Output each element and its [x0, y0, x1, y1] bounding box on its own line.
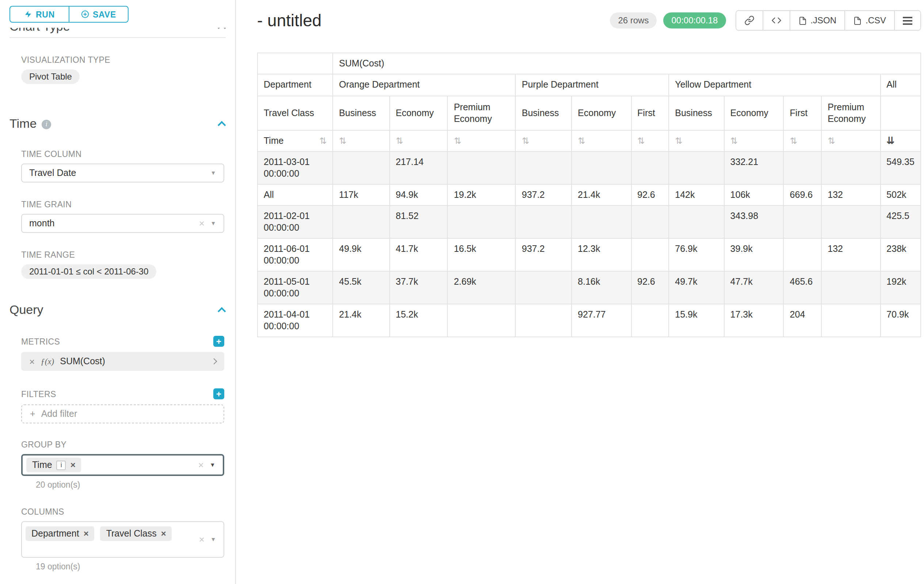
metric-chip[interactable]: × ƒ(x) SUM(Cost): [21, 352, 224, 371]
export-json-button[interactable]: .JSON: [789, 11, 845, 30]
pivot-row-header: 2011-03-01 00:00:00: [257, 151, 333, 184]
run-button[interactable]: RUN: [10, 6, 69, 23]
chart-title[interactable]: - untitled: [257, 10, 322, 31]
pivot-cell: 15.2k: [390, 304, 448, 337]
pivot-cell: [784, 239, 822, 271]
pivot-cell: [333, 151, 389, 184]
travel-class-header: First: [631, 96, 669, 130]
sortable-column-header[interactable]: ⇅: [631, 130, 669, 151]
clear-icon[interactable]: ×: [199, 219, 205, 228]
run-label: RUN: [36, 10, 55, 19]
groupby-select[interactable]: Timei× × ▼: [21, 454, 224, 476]
columns-chips: Department×Travel Class×: [26, 526, 172, 541]
sort-icon[interactable]: ⇅: [637, 136, 645, 146]
chart-type-header[interactable]: Chart Type: [10, 28, 226, 35]
sortable-column-header[interactable]: ⇅: [390, 130, 448, 151]
collapse-chevron-icon[interactable]: [218, 121, 226, 130]
chart-type-title: Chart Type: [10, 28, 70, 35]
save-button[interactable]: SAVE: [69, 6, 129, 23]
sort-icon[interactable]: ⇅: [319, 137, 327, 145]
sort-icon[interactable]: ⇅: [522, 136, 529, 146]
file-icon: [798, 16, 807, 25]
sortable-column-header[interactable]: ⇅: [724, 130, 784, 151]
collapse-chevron-icon[interactable]: [218, 307, 226, 316]
pivot-cell: 238k: [880, 239, 921, 271]
pivot-cell: [333, 206, 389, 239]
sortable-column-header[interactable]: ⇅: [572, 130, 631, 151]
time-section-title: Time: [10, 116, 36, 132]
groupby-options-hint: 20 option(s): [36, 480, 224, 489]
travel-class-header: Economy: [724, 96, 784, 130]
info-icon[interactable]: i: [42, 119, 51, 129]
file-icon: [853, 16, 862, 25]
travel-class-header: First: [784, 96, 822, 130]
pivot-cell: 49.9k: [333, 239, 389, 271]
query-section-header[interactable]: Query: [10, 302, 226, 318]
pivot-cell: 45.5k: [333, 271, 389, 304]
sortable-column-header[interactable]: ⇊: [880, 130, 921, 151]
sortable-column-header[interactable]: ⇅: [784, 130, 822, 151]
pivot-row-header: All: [257, 184, 333, 206]
sortable-column-header[interactable]: ⇅: [822, 130, 880, 151]
section-chart-type: Chart Type VISUALIZATION TYPE Pivot Tabl…: [10, 28, 226, 84]
sort-icon[interactable]: ⇅: [578, 136, 585, 146]
panel-scroll-area[interactable]: Chart Type VISUALIZATION TYPE Pivot Tabl…: [0, 28, 235, 584]
chevron-right-icon[interactable]: [211, 359, 217, 365]
viz-type-pill[interactable]: Pivot Table: [21, 69, 80, 84]
code-icon: [771, 15, 781, 26]
save-label: SAVE: [93, 10, 116, 19]
time-grain-select[interactable]: month × ▼: [21, 214, 224, 233]
pivot-cell: [822, 271, 880, 304]
remove-metric-icon[interactable]: ×: [29, 357, 35, 366]
pivot-cell: 343.98: [724, 206, 784, 239]
sort-icon[interactable]: ⇅: [828, 136, 835, 146]
menu-button[interactable]: [894, 11, 920, 30]
pivot-cell: [448, 304, 516, 337]
pivot-cell: [516, 304, 572, 337]
pivot-cell: [822, 206, 880, 239]
section-time: Time i TIME COLUMN Travel Date ▼ TIME GR…: [10, 116, 226, 279]
sort-icon[interactable]: ⇅: [396, 136, 403, 146]
add-metric-button[interactable]: +: [213, 336, 224, 347]
columns-chip[interactable]: Travel Class×: [101, 526, 172, 541]
remove-chip-icon[interactable]: ×: [71, 461, 76, 469]
time-column-select[interactable]: Travel Date ▼: [21, 163, 224, 183]
time-section-header[interactable]: Time i: [10, 116, 226, 132]
pivot-cell: 8.16k: [572, 271, 631, 304]
info-badge-icon[interactable]: i: [57, 460, 66, 470]
hamburger-icon: [903, 16, 912, 25]
sortable-column-header[interactable]: ⇅: [448, 130, 516, 151]
add-filter-button[interactable]: + Add filter: [21, 405, 224, 423]
remove-chip-icon[interactable]: ×: [161, 529, 166, 538]
pivot-data-row: 2011-06-01 00:00:0049.9k41.7k16.5k937.21…: [257, 239, 921, 271]
add-filter-plus-button[interactable]: +: [213, 388, 224, 399]
sortable-column-header[interactable]: ⇅: [333, 130, 389, 151]
sort-icon[interactable]: ⇅: [454, 136, 461, 146]
export-csv-button[interactable]: .CSV: [845, 11, 894, 30]
department-group-header: All: [880, 74, 921, 96]
chevron-up-icon[interactable]: [218, 28, 226, 32]
sort-icon[interactable]: ⇅: [731, 136, 738, 146]
columns-options-hint: 19 option(s): [36, 562, 224, 571]
clear-icon[interactable]: ×: [199, 535, 205, 544]
groupby-chip[interactable]: Timei×: [26, 458, 81, 472]
columns-chip[interactable]: Department×: [26, 526, 95, 541]
pivot-cell: 92.6: [631, 184, 669, 206]
section-divider: [10, 37, 226, 38]
chip-label: Travel Class: [106, 528, 157, 539]
sort-icon[interactable]: ⇅: [339, 136, 346, 146]
view-query-button[interactable]: [762, 11, 789, 30]
pivot-header-row: DepartmentOrange DepartmentPurple Depart…: [257, 74, 921, 96]
sort-icon[interactable]: ⇅: [675, 136, 682, 146]
columns-select[interactable]: Department×Travel Class× × ▼: [21, 521, 224, 558]
sort-icon[interactable]: ⇅: [790, 136, 797, 146]
sort-desc-icon[interactable]: ⇊: [886, 135, 894, 146]
time-range-pill[interactable]: 2011-01-01 ≤ col < 2011-06-30: [21, 264, 157, 279]
share-link-button[interactable]: [736, 11, 762, 30]
clear-icon[interactable]: ×: [198, 460, 204, 470]
sortable-column-header[interactable]: ⇅: [669, 130, 724, 151]
fx-icon: ƒ(x): [41, 357, 54, 366]
remove-chip-icon[interactable]: ×: [84, 529, 89, 538]
sortable-column-header[interactable]: ⇅: [516, 130, 572, 151]
pivot-data-row: 2011-04-01 00:00:0021.4k15.2k927.7715.9k…: [257, 304, 921, 337]
